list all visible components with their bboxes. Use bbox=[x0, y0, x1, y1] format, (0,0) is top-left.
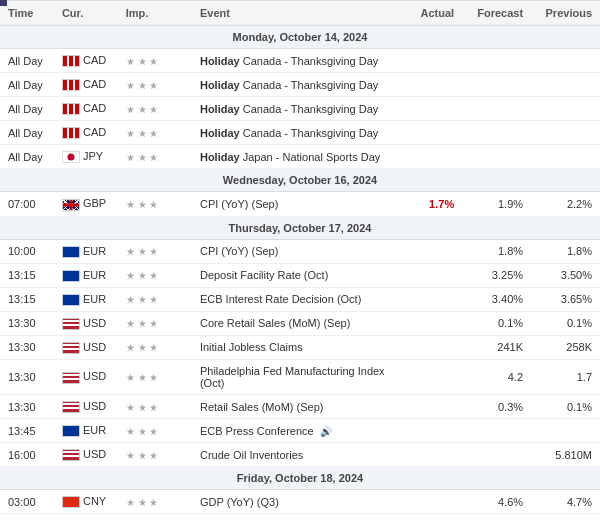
event-name: Core Retail Sales (MoM) (Sep) bbox=[192, 311, 404, 335]
event-forecast: 3.40% bbox=[462, 287, 531, 311]
event-forecast bbox=[462, 97, 531, 121]
day-header-label: Friday, October 18, 2024 bbox=[0, 467, 600, 490]
event-importance: ★ ★ ★ bbox=[118, 311, 192, 335]
event-currency: CAD bbox=[54, 49, 118, 73]
event-importance: ★ ★ ★ bbox=[118, 360, 192, 395]
event-forecast bbox=[462, 419, 531, 443]
importance-stars: ★ ★ ★ bbox=[126, 246, 159, 257]
event-previous: 3.65% bbox=[531, 287, 600, 311]
event-time: 10:00 bbox=[0, 239, 54, 263]
event-importance: ★ ★ ★ bbox=[118, 443, 192, 467]
event-currency: USD bbox=[54, 335, 118, 359]
event-currency: CNY bbox=[54, 490, 118, 514]
event-actual bbox=[404, 360, 462, 395]
table-row: 07:00 GBP★ ★ ★CPI (YoY) (Sep)1.7%1.9%2.2… bbox=[0, 192, 600, 216]
event-name: GDP (YoY) (Q3) bbox=[192, 490, 404, 514]
event-currency: EUR bbox=[54, 287, 118, 311]
table-row: 10:00 EUR★ ★ ★CPI (YoY) (Sep)1.8%1.8% bbox=[0, 239, 600, 263]
event-time: All Day bbox=[0, 145, 54, 169]
event-previous: 1.8% bbox=[531, 239, 600, 263]
event-time: All Day bbox=[0, 73, 54, 97]
event-actual bbox=[404, 287, 462, 311]
day-header-label: Thursday, October 17, 2024 bbox=[0, 216, 600, 239]
header-previous: Previous bbox=[531, 1, 600, 26]
event-name: Holiday Canada - Thanksgiving Day bbox=[192, 97, 404, 121]
event-name: Deposit Facility Rate (Oct) bbox=[192, 263, 404, 287]
table-row: 16:00 USD★ ★ ★Crude Oil Inventories5.810… bbox=[0, 443, 600, 467]
event-name: ECB Interest Rate Decision (Oct) bbox=[192, 287, 404, 311]
table-row: 13:30 USD★ ★ ★Core Retail Sales (MoM) (S… bbox=[0, 311, 600, 335]
event-name: Holiday Canada - Thanksgiving Day bbox=[192, 49, 404, 73]
day-header-row: Monday, October 14, 2024 bbox=[0, 26, 600, 49]
table-row: 13:45 EUR★ ★ ★ECB Press Conference 🔊 bbox=[0, 419, 600, 443]
event-time: 03:00 bbox=[0, 490, 54, 514]
event-currency: USD bbox=[54, 360, 118, 395]
event-previous: 0.1% bbox=[531, 311, 600, 335]
event-forecast: 0.3% bbox=[462, 395, 531, 419]
event-previous: 5.810M bbox=[531, 443, 600, 467]
event-importance: ★ ★ ★ bbox=[118, 490, 192, 514]
importance-stars: ★ ★ ★ bbox=[126, 80, 159, 91]
event-currency: CAD bbox=[54, 97, 118, 121]
event-importance: ★ ★ ★ bbox=[118, 335, 192, 359]
event-time: 07:00 bbox=[0, 192, 54, 216]
event-importance: ★ ★ ★ bbox=[118, 287, 192, 311]
event-name: Crude Oil Inventories bbox=[192, 443, 404, 467]
importance-stars: ★ ★ ★ bbox=[126, 56, 159, 67]
event-currency: GBP bbox=[54, 192, 118, 216]
event-currency: USD bbox=[54, 311, 118, 335]
event-time: All Day bbox=[0, 97, 54, 121]
event-previous bbox=[531, 49, 600, 73]
economic-calendar-table: Time Cur. Imp. Event Actual Forecast Pre… bbox=[0, 0, 600, 514]
event-previous: 0.1% bbox=[531, 395, 600, 419]
event-importance: ★ ★ ★ bbox=[118, 192, 192, 216]
event-forecast bbox=[462, 121, 531, 145]
event-currency: EUR bbox=[54, 239, 118, 263]
speaker-icon: 🔊 bbox=[320, 426, 332, 437]
event-forecast: 4.6% bbox=[462, 490, 531, 514]
event-name: Initial Jobless Claims bbox=[192, 335, 404, 359]
event-time: 13:30 bbox=[0, 335, 54, 359]
importance-stars: ★ ★ ★ bbox=[126, 497, 159, 508]
event-previous bbox=[531, 419, 600, 443]
event-time: All Day bbox=[0, 121, 54, 145]
importance-stars: ★ ★ ★ bbox=[126, 199, 159, 210]
header-time: Time bbox=[0, 1, 54, 26]
event-time: 13:15 bbox=[0, 263, 54, 287]
event-previous: 4.7% bbox=[531, 490, 600, 514]
importance-stars: ★ ★ ★ bbox=[126, 342, 159, 353]
table-row: 13:15 EUR★ ★ ★ECB Interest Rate Decision… bbox=[0, 287, 600, 311]
header-forecast: Forecast bbox=[462, 1, 531, 26]
event-currency: EUR bbox=[54, 419, 118, 443]
event-forecast: 241K bbox=[462, 335, 531, 359]
event-actual bbox=[404, 490, 462, 514]
event-importance: ★ ★ ★ bbox=[118, 419, 192, 443]
importance-stars: ★ ★ ★ bbox=[126, 104, 159, 115]
importance-stars: ★ ★ ★ bbox=[126, 450, 159, 461]
event-time: All Day bbox=[0, 49, 54, 73]
event-actual bbox=[404, 443, 462, 467]
event-currency: EUR bbox=[54, 263, 118, 287]
event-name: ECB Press Conference 🔊 bbox=[192, 419, 404, 443]
event-name: Holiday Japan - National Sports Day bbox=[192, 145, 404, 169]
day-header-row: Wednesday, October 16, 2024 bbox=[0, 169, 600, 192]
event-importance: ★ ★ ★ bbox=[118, 97, 192, 121]
event-actual: 1.7% bbox=[404, 192, 462, 216]
event-actual bbox=[404, 311, 462, 335]
event-previous: 1.7 bbox=[531, 360, 600, 395]
event-name: CPI (YoY) (Sep) bbox=[192, 239, 404, 263]
event-currency: CAD bbox=[54, 73, 118, 97]
event-importance: ★ ★ ★ bbox=[118, 395, 192, 419]
importance-stars: ★ ★ ★ bbox=[126, 372, 159, 383]
header-importance: Imp. bbox=[118, 1, 192, 26]
event-previous: 2.2% bbox=[531, 192, 600, 216]
event-forecast: 3.25% bbox=[462, 263, 531, 287]
day-header-row: Thursday, October 17, 2024 bbox=[0, 216, 600, 239]
table-row: All Day CAD★ ★ ★Holiday Canada - Thanksg… bbox=[0, 49, 600, 73]
event-name: Holiday Canada - Thanksgiving Day bbox=[192, 121, 404, 145]
event-name: Retail Sales (MoM) (Sep) bbox=[192, 395, 404, 419]
event-name: CPI (YoY) (Sep) bbox=[192, 192, 404, 216]
table-row: All Day CAD★ ★ ★Holiday Canada - Thanksg… bbox=[0, 121, 600, 145]
event-time: 13:30 bbox=[0, 395, 54, 419]
event-importance: ★ ★ ★ bbox=[118, 73, 192, 97]
